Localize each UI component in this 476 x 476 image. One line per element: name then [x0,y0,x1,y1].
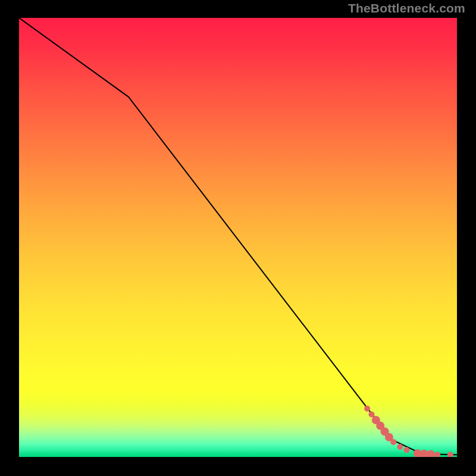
data-point [420,450,428,457]
data-point [364,406,370,412]
chart-container: TheBottleneck.com [0,0,476,476]
data-point [385,433,393,441]
data-point [403,447,409,453]
data-points-group [364,406,453,457]
data-point [447,452,453,457]
data-point [414,449,422,457]
data-point [376,422,384,430]
bottleneck-curve-line [19,18,457,455]
data-point [390,439,396,445]
data-point [397,444,403,450]
attribution-label: TheBottleneck.com [348,1,465,15]
chart-svg [19,18,457,457]
data-point [381,427,389,436]
data-point [368,411,374,417]
data-point [427,450,435,457]
data-point [434,452,440,457]
data-point [372,416,380,424]
plot-area [19,18,457,457]
